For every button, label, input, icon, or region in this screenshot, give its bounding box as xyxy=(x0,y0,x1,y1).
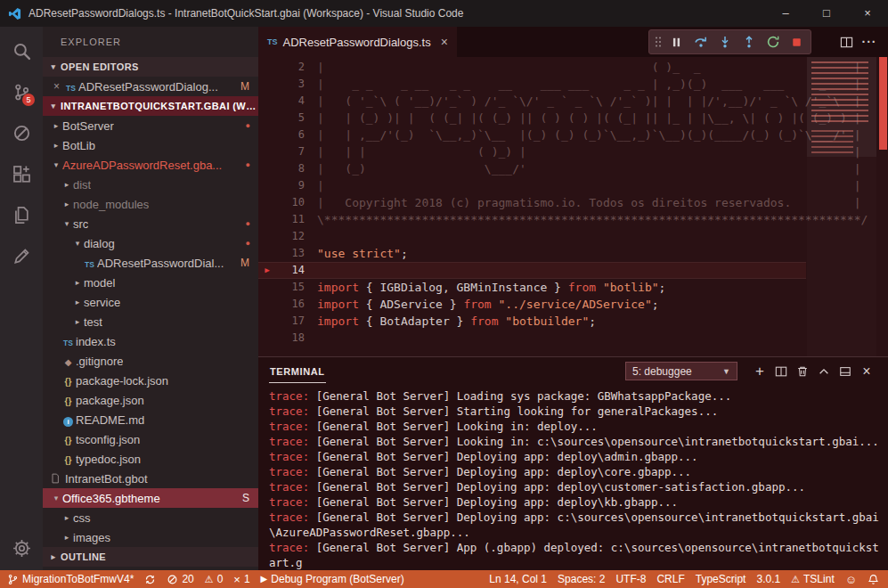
status-eol[interactable]: CRLF xyxy=(651,570,689,588)
breakpoint-margin[interactable] xyxy=(258,160,276,177)
trace-level-label: trace: xyxy=(269,389,309,403)
breakpoint-margin[interactable] xyxy=(258,59,276,76)
activity-item-files[interactable] xyxy=(0,194,43,235)
tree-item-package-json[interactable]: {}package.json xyxy=(43,390,258,410)
activity-item-debug[interactable] xyxy=(0,112,43,153)
restart-button[interactable] xyxy=(761,30,785,53)
split-terminal-button[interactable] xyxy=(770,361,792,382)
tree-item-dist[interactable]: ▸dist xyxy=(43,175,258,194)
tree-item-office365-gbtheme[interactable]: ▾Office365.gbthemeS xyxy=(43,488,258,508)
tree-item-css[interactable]: ▸css xyxy=(43,508,258,527)
tree-item-intranetbot-gbot[interactable]: IntranetBot.gbot xyxy=(43,469,258,488)
minimap[interactable] xyxy=(807,57,876,356)
close-tab-icon[interactable]: × xyxy=(441,35,448,49)
tree-item-model[interactable]: ▸model xyxy=(43,273,258,292)
breakpoint-margin[interactable] xyxy=(258,76,276,93)
workspace-folder-header[interactable]: ▾ INTRANETBOTQUICKSTART.GBAI (WO... xyxy=(43,96,258,116)
status-warnings[interactable]: ⚠0 xyxy=(200,570,229,588)
open-editors-header[interactable]: ▾ OPEN EDITORS xyxy=(43,57,258,77)
activity-item-search[interactable] xyxy=(0,30,43,71)
pause-button[interactable] xyxy=(664,30,688,53)
terminal-instance-selector[interactable]: 5: debuggee ▼ xyxy=(625,362,737,380)
breakpoint-margin[interactable] xyxy=(258,330,276,347)
tree-item-botserver[interactable]: ▸BotServer● xyxy=(43,116,258,135)
status-feedback[interactable]: ☺ xyxy=(840,570,862,588)
typescript-file-icon: TS xyxy=(267,37,278,46)
tree-item-label: css xyxy=(73,511,91,525)
new-terminal-button[interactable]: + xyxy=(749,361,770,382)
breakpoint-margin[interactable] xyxy=(258,228,276,245)
status-notifications[interactable] xyxy=(862,570,884,588)
status-encoding[interactable]: UTF-8 xyxy=(610,570,651,588)
tree-item-adresetpassworddial[interactable]: TSADResetPasswordDial...M xyxy=(43,253,258,273)
tree-item-botlib[interactable]: ▸BotLib xyxy=(43,135,258,155)
tab-adresetpassworddialogs-ts[interactable]: TS ADResetPasswordDialogs.ts × xyxy=(258,27,457,57)
activity-item-settings-gear[interactable] xyxy=(0,527,43,568)
open-editor-item[interactable]: ×TSADResetPasswordDialog...M xyxy=(43,77,258,96)
breakpoint-margin[interactable] xyxy=(258,127,276,143)
tree-item-index-ts[interactable]: TSindex.ts xyxy=(43,331,258,351)
split-editor-button[interactable] xyxy=(835,27,858,57)
code-editor[interactable]: 2| ( )_ _ |3| _ _ _ __ _ _ __ ___ ___ _ … xyxy=(258,57,888,356)
terminal-tab[interactable]: TERMINAL xyxy=(269,360,326,383)
tree-item-package-lock-json[interactable]: {}package-lock.json xyxy=(43,371,258,390)
status-version[interactable]: 3.0.1 xyxy=(751,570,786,588)
debug-current-line-icon[interactable]: ▶ xyxy=(258,262,276,279)
tree-item-node-modules[interactable]: ▸node_modules xyxy=(43,194,258,214)
breakpoint-margin[interactable] xyxy=(258,279,276,296)
status-sync[interactable] xyxy=(139,570,161,588)
tree-item-typedoc-json[interactable]: {}typedoc.json xyxy=(43,449,258,469)
outline-header[interactable]: ▸ OUTLINE xyxy=(43,547,258,567)
close-panel-button[interactable]: × xyxy=(856,361,877,382)
tree-item-dialog[interactable]: ▾dialog● xyxy=(43,233,258,253)
tree-item-label: tsconfig.json xyxy=(76,433,140,446)
status-indentation[interactable]: Spaces: 2 xyxy=(552,570,610,588)
more-actions-button[interactable]: ··· xyxy=(858,27,881,57)
maximize-button[interactable]: □ xyxy=(806,0,847,27)
status-extension-count[interactable]: ×1 xyxy=(228,570,255,588)
tree-item-gitignore[interactable]: ◆.gitignore xyxy=(43,351,258,371)
status-cursor-position[interactable]: Ln 14, Col 1 xyxy=(484,570,552,588)
breakpoint-margin[interactable] xyxy=(258,93,276,110)
close-editor-icon[interactable]: × xyxy=(50,80,63,93)
breakpoint-margin[interactable] xyxy=(258,194,276,211)
maximize-panel-button[interactable] xyxy=(813,361,835,382)
activity-item-extensions[interactable] xyxy=(0,153,43,194)
breakpoint-margin[interactable] xyxy=(258,143,276,160)
step-out-button[interactable] xyxy=(737,30,761,53)
tree-item-tsconfig-json[interactable]: {}tsconfig.json xyxy=(43,429,258,449)
breakpoint-margin[interactable] xyxy=(258,211,276,228)
status-git-branch[interactable]: MigrationToBotFmwV4* xyxy=(2,570,139,588)
breakpoint-margin[interactable] xyxy=(258,110,276,127)
code-text: import { BotAdapter } from "botbuilder"; xyxy=(305,313,596,330)
status-language-mode[interactable]: TypeScript xyxy=(690,570,752,588)
tree-item-azureadpasswordreset-gba[interactable]: ▾AzureADPasswordReset.gba...● xyxy=(43,155,258,175)
vscode-logo-icon xyxy=(8,7,21,20)
kill-terminal-button[interactable] xyxy=(792,361,813,382)
status-errors[interactable]: 20 xyxy=(161,570,199,588)
stop-button[interactable] xyxy=(785,30,809,53)
tree-item-readme-md[interactable]: iREADME.md xyxy=(43,410,258,429)
breakpoint-margin[interactable] xyxy=(258,245,276,262)
step-over-button[interactable] xyxy=(688,30,713,53)
step-into-button[interactable] xyxy=(713,30,737,53)
tree-item-test[interactable]: ▸test xyxy=(43,312,258,331)
code-line-16: 16import { ADService } from "../service/… xyxy=(258,296,806,313)
close-window-button[interactable]: × xyxy=(847,0,888,27)
activity-item-source-control[interactable]: 5 xyxy=(0,71,43,112)
tree-item-src[interactable]: ▾src● xyxy=(43,214,258,233)
tree-item-images[interactable]: ▸images xyxy=(43,527,258,547)
status-language-mode-label: TypeScript xyxy=(696,573,746,585)
minimize-button[interactable]: – xyxy=(765,0,806,27)
drag-grip-button[interactable] xyxy=(651,30,664,53)
status-debug-target[interactable]: ▶Debug Program (BotServer) xyxy=(256,570,410,588)
status-tslint[interactable]: ⚠TSLint xyxy=(786,570,840,588)
terminal-output[interactable]: trace: [General Bot Server] Loading sys … xyxy=(258,385,888,570)
tree-item-service[interactable]: ▸service xyxy=(43,292,258,312)
breakpoint-margin[interactable] xyxy=(258,313,276,330)
breakpoint-margin[interactable] xyxy=(258,296,276,313)
breakpoint-margin[interactable] xyxy=(258,177,276,194)
activity-item-edit[interactable] xyxy=(0,235,43,276)
editor-scrollbar[interactable] xyxy=(879,57,887,150)
move-panel-button[interactable] xyxy=(835,361,856,382)
